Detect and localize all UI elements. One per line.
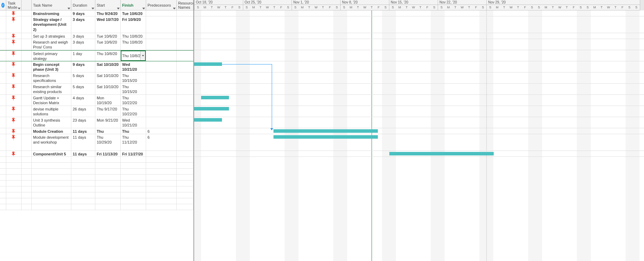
task-row[interactable]: 📌Module development and workshop11 daysT… [0, 134, 193, 151]
empty-cell[interactable] [6, 181, 22, 186]
timeline-header[interactable]: Oct 18, '20SMTWTFSOct 25, '20SMTWTFSNov … [194, 0, 644, 10]
predecessors-cell[interactable] [146, 51, 177, 61]
outline-cell[interactable] [22, 151, 32, 156]
outline-cell[interactable] [22, 84, 32, 94]
empty-cell[interactable] [121, 198, 146, 204]
empty-cell[interactable] [95, 204, 121, 210]
indicator-cell[interactable] [0, 106, 6, 117]
summary-bar[interactable] [389, 152, 494, 155]
empty-cell[interactable] [6, 192, 22, 198]
gantt-row[interactable] [194, 72, 644, 84]
task-bar[interactable] [273, 135, 378, 139]
predecessors-cell[interactable] [146, 106, 177, 117]
gantt-row[interactable] [194, 10, 644, 16]
indicator-cell[interactable] [0, 134, 6, 151]
duration-cell[interactable]: 26 days [71, 106, 95, 117]
task-row[interactable]: 📌Research specifications5 daysSat 10/10/… [0, 72, 193, 84]
finish-cell[interactable]: Thu 10/22/20 [121, 95, 146, 106]
empty-cell[interactable] [95, 181, 121, 186]
empty-cell[interactable] [177, 163, 193, 168]
start-cell[interactable]: Wed 10/7/20 [95, 16, 121, 33]
outline-cell[interactable] [22, 134, 32, 151]
empty-cell[interactable] [177, 175, 193, 180]
indicator-cell[interactable] [0, 151, 6, 156]
task-name-cell[interactable]: Module development and workshop [32, 134, 71, 151]
timeline-week[interactable]: Nov 15, '20SMTWTFS [389, 0, 438, 10]
task-name-cell[interactable]: devise multiple solutions [32, 106, 71, 117]
duration-cell[interactable]: 3 days [71, 16, 95, 33]
outline-cell[interactable] [22, 61, 32, 72]
indicator-cell[interactable] [0, 39, 6, 50]
start-cell[interactable]: Fri 11/13/20 [95, 151, 121, 156]
task-mode-cell[interactable]: 📌 [6, 84, 22, 94]
gantt-row[interactable] [194, 84, 644, 95]
gantt-row[interactable] [194, 61, 644, 72]
predecessors-cell[interactable] [146, 117, 177, 128]
duration-cell[interactable]: 23 days [71, 117, 95, 128]
resource-names-cell[interactable] [177, 128, 193, 134]
task-bar[interactable] [201, 96, 229, 99]
date-dropdown-button[interactable] [140, 51, 145, 60]
finish-cell[interactable]: Wed 10/21/20 [121, 117, 146, 128]
predecessors-cell[interactable]: 6 [146, 128, 177, 134]
empty-cell[interactable] [32, 181, 71, 186]
timeline-week[interactable]: Nov 22, '20SMTWTFS [438, 0, 487, 10]
empty-cell[interactable] [71, 175, 95, 180]
empty-cell[interactable] [146, 175, 177, 180]
col-header-task-mode[interactable]: Task Mode [6, 0, 22, 10]
empty-row[interactable] [0, 157, 193, 163]
col-header-task-name[interactable]: Task Name [32, 0, 71, 10]
gantt-row[interactable] [194, 106, 644, 117]
empty-cell[interactable] [0, 175, 6, 180]
col-header-predecessors[interactable]: Predecessors [146, 0, 177, 10]
empty-cell[interactable] [32, 157, 71, 162]
empty-cell[interactable] [146, 204, 177, 210]
empty-cell[interactable] [71, 163, 95, 168]
start-cell[interactable]: Sat 10/10/20 [95, 61, 121, 72]
task-name-cell[interactable]: Unit 3 synthesis Outline [32, 117, 71, 128]
empty-cell[interactable] [0, 181, 6, 186]
task-name-cell[interactable]: Select primary strategy [32, 51, 71, 61]
empty-cell[interactable] [32, 186, 71, 192]
empty-cell[interactable] [95, 163, 121, 168]
empty-row[interactable] [0, 163, 193, 169]
empty-cell[interactable] [177, 181, 193, 186]
empty-cell[interactable] [22, 192, 32, 198]
empty-cell[interactable] [32, 175, 71, 180]
resource-names-cell[interactable] [177, 151, 193, 156]
task-row[interactable]: 📌Set up 3 strategies3 daysTue 10/6/20Thu… [0, 33, 193, 39]
empty-cell[interactable] [146, 181, 177, 186]
empty-cell[interactable] [146, 192, 177, 198]
empty-cell[interactable] [121, 169, 146, 174]
finish-cell[interactable]: Thu 10/15/20 [121, 84, 146, 94]
empty-cell[interactable] [146, 198, 177, 204]
empty-cell[interactable] [22, 163, 32, 168]
duration-cell[interactable]: 11 days [71, 134, 95, 151]
empty-cell[interactable] [121, 192, 146, 198]
finish-cell[interactable]: Wed 10/21/20 [121, 61, 146, 72]
finish-cell-editor[interactable]: Thu 10/8/2 [121, 51, 146, 61]
start-cell[interactable]: Mon 9/21/20 [95, 117, 121, 128]
empty-cell[interactable] [6, 198, 22, 204]
finish-cell[interactable]: Thu 10/8/2 [121, 51, 146, 61]
duration-cell[interactable]: 3 days [71, 39, 95, 50]
empty-cell[interactable] [22, 204, 32, 210]
task-bar[interactable] [194, 107, 229, 110]
empty-cell[interactable] [177, 204, 193, 210]
task-mode-cell[interactable]: 📌 [6, 61, 22, 72]
finish-cell[interactable]: Thu 10/8/20 [121, 39, 146, 50]
outline-cell[interactable] [22, 106, 32, 117]
empty-cell[interactable] [95, 169, 121, 174]
empty-cell[interactable] [71, 186, 95, 192]
task-mode-cell[interactable]: 📌 [6, 16, 22, 33]
col-header-start[interactable]: Start [95, 0, 121, 10]
finish-cell[interactable]: Thu 10/15/20 [121, 72, 146, 83]
task-row[interactable]: 📌Select primary strategy1 dayThu 10/8/20… [0, 50, 193, 61]
start-cell[interactable]: Sat 10/10/20 [95, 84, 121, 94]
outline-cell[interactable] [22, 117, 32, 128]
duration-cell[interactable]: 4 days [71, 95, 95, 106]
task-name-cell[interactable]: Set up 3 strategies [32, 33, 71, 39]
empty-cell[interactable] [121, 181, 146, 186]
task-mode-cell[interactable]: 📌 [6, 128, 22, 134]
start-cell[interactable]: Tue 10/6/20 [95, 39, 121, 50]
